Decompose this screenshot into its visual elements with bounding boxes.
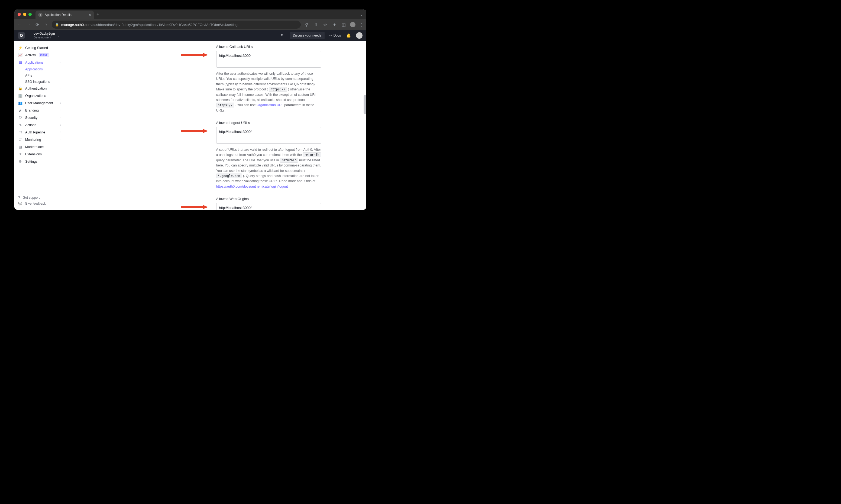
divider	[29, 33, 29, 38]
sidebar-item-user-management[interactable]: 👥 User Management ›	[14, 99, 65, 107]
bookmark-icon[interactable]: ☆	[322, 22, 328, 27]
sidebar-item-getting-started[interactable]: ⚡ Getting Started	[14, 44, 65, 51]
puzzle-icon: ✳	[18, 152, 22, 156]
panel-icon[interactable]: ◫	[341, 22, 346, 27]
sidebar: ⚡ Getting Started 📈 Activity FIRST ▦ App…	[14, 41, 65, 210]
field-allowed-logout-urls: Allowed Logout URLs A set of URLs that a…	[216, 121, 338, 189]
organization-url-link[interactable]: Organization URL	[257, 103, 284, 107]
app-header: ✪ dev-0abky2gm Development ⌄ ⚲ Discuss y…	[14, 30, 366, 41]
window-minimize-button[interactable]	[23, 13, 26, 16]
allowed-callback-urls-input[interactable]	[216, 51, 321, 68]
chevron-right-icon: ›	[61, 138, 61, 141]
allowed-logout-urls-input[interactable]	[216, 127, 321, 144]
sidebar-item-marketplace[interactable]: ▤ Marketplace	[14, 143, 65, 150]
brush-icon: 🖌	[18, 108, 22, 112]
sidebar-sub-applications[interactable]: Applications	[14, 66, 65, 72]
window-close-button[interactable]	[18, 13, 21, 16]
give-feedback-link[interactable]: 💬 Give feedback	[14, 201, 65, 206]
sidebar-item-actions[interactable]: ↯ Actions ›	[14, 121, 65, 129]
sidebar-item-monitoring[interactable]: ⫍ Monitoring ›	[14, 136, 65, 143]
book-icon: ▭	[329, 34, 332, 37]
browser-menu-button[interactable]: ⋮	[359, 22, 364, 27]
sidebar-item-authentication[interactable]: 🔒 Authentication ›	[14, 85, 65, 92]
url-path: /dashboard/us/dev-0abky2gm/applications/…	[91, 23, 239, 27]
bars-icon: ⫍	[18, 138, 22, 142]
annotation-arrow-icon	[181, 128, 208, 134]
sidebar-item-settings[interactable]: ⚙ Settings	[14, 158, 65, 165]
address-bar[interactable]: 🔒 manage.auth0.com/dashboard/us/dev-0abk…	[52, 21, 301, 29]
chevron-right-icon: ›	[61, 116, 61, 119]
lock-icon: 🔒	[55, 23, 59, 26]
field-label: Allowed Web Origins	[216, 197, 338, 201]
extensions-icon[interactable]: ✦	[332, 22, 337, 27]
tenant-name: dev-0abky2gm	[34, 32, 55, 36]
zoom-icon[interactable]: ⚲	[304, 22, 309, 27]
help-text: After the user authenticates we will onl…	[216, 71, 321, 113]
notifications-button[interactable]: 🔔	[345, 33, 352, 38]
first-badge: FIRST	[39, 53, 49, 57]
apps-icon: ▦	[18, 60, 22, 65]
back-button[interactable]: ←	[17, 22, 22, 27]
gear-icon: ⚙	[18, 159, 22, 163]
sidebar-sub-apis[interactable]: APIs	[14, 72, 65, 78]
sidebar-item-auth-pipeline[interactable]: ⇉ Auth Pipeline ›	[14, 129, 65, 136]
svg-marker-5	[203, 205, 208, 209]
tab-close-button[interactable]: ×	[89, 13, 91, 17]
sidebar-item-applications[interactable]: ▦ Applications ⌄	[14, 59, 65, 66]
help-text: A set of URLs that are valid to redirect…	[216, 147, 321, 189]
get-support-link[interactable]: ? Get support	[14, 195, 65, 201]
app-body: ⚡ Getting Started 📈 Activity FIRST ▦ App…	[14, 41, 366, 210]
reload-button[interactable]: ⟳	[34, 22, 40, 27]
sidebar-item-activity[interactable]: 📈 Activity FIRST	[14, 51, 65, 59]
allowed-web-origins-input[interactable]	[216, 203, 321, 210]
pipeline-icon: ⇉	[18, 130, 22, 134]
lock-icon: 🔒	[18, 86, 22, 90]
browser-tab[interactable]: ✦ Application Details ×	[35, 11, 94, 19]
sidebar-sub-sso[interactable]: SSO Integrations	[14, 78, 65, 85]
tenant-switcher[interactable]: dev-0abky2gm Development ⌄	[34, 32, 59, 39]
forward-button[interactable]: →	[26, 22, 31, 27]
chevron-right-icon: ›	[61, 87, 61, 90]
auth0-logo-icon[interactable]: ✪	[18, 32, 25, 39]
tenant-env: Development	[34, 36, 55, 39]
logout-docs-link[interactable]: https://auth0.com/docs/authenticate/logi…	[216, 185, 288, 188]
grid-icon: ▤	[18, 145, 22, 149]
tab-title: Application Details	[45, 13, 87, 17]
new-tab-button[interactable]: +	[97, 12, 100, 17]
field-allowed-web-origins: Allowed Web Origins Comma-separated list…	[216, 197, 338, 210]
profile-avatar-icon[interactable]	[350, 22, 356, 27]
chevron-right-icon: ›	[61, 102, 61, 105]
docs-link[interactable]: ▭ Docs	[329, 34, 341, 37]
content-area: Allowed Callback URLs After the user aut…	[65, 41, 366, 210]
chart-icon: 📈	[18, 53, 22, 57]
browser-window: ✦ Application Details × + ⌄ ← → ⟳ ⌂ 🔒 ma…	[14, 10, 366, 210]
search-button[interactable]: ⚲	[279, 33, 285, 38]
sidebar-item-organizations[interactable]: 🏢 Organizations	[14, 92, 65, 99]
chevron-right-icon: ›	[61, 131, 61, 134]
sidebar-footer: ? Get support 💬 Give feedback	[14, 193, 65, 210]
shield-icon: 🛡	[18, 115, 22, 120]
home-button[interactable]: ⌂	[43, 22, 49, 27]
users-icon: 👥	[18, 101, 22, 105]
building-icon: 🏢	[18, 94, 22, 98]
user-avatar[interactable]	[356, 32, 362, 39]
help-icon: ?	[18, 196, 20, 199]
annotation-arrow-icon	[181, 204, 208, 210]
sidebar-item-security[interactable]: 🛡 Security ›	[14, 114, 65, 121]
field-allowed-callback-urls: Allowed Callback URLs After the user aut…	[216, 45, 338, 113]
share-icon[interactable]: ⇧	[313, 22, 319, 27]
window-maximize-button[interactable]	[29, 13, 32, 16]
browser-toolbar: ← → ⟳ ⌂ 🔒 manage.auth0.com/dashboard/us/…	[14, 19, 366, 30]
toolbar-actions: ⚲ ⇧ ☆ ✦ ◫ ⋮	[304, 22, 364, 27]
svg-marker-3	[203, 129, 208, 133]
tabs-overflow-button[interactable]: ⌄	[360, 12, 363, 17]
bolt-icon: ⚡	[18, 46, 22, 50]
chevron-down-icon: ⌄	[59, 61, 61, 64]
chevron-right-icon: ›	[61, 123, 61, 126]
field-label: Allowed Logout URLs	[216, 121, 338, 125]
sidebar-item-extensions[interactable]: ✳ Extensions	[14, 150, 65, 158]
chevron-right-icon: ›	[61, 109, 61, 112]
discuss-needs-button[interactable]: Discuss your needs	[290, 32, 325, 39]
sidebar-item-branding[interactable]: 🖌 Branding ›	[14, 107, 65, 114]
tab-favicon-icon: ✦	[38, 13, 42, 17]
